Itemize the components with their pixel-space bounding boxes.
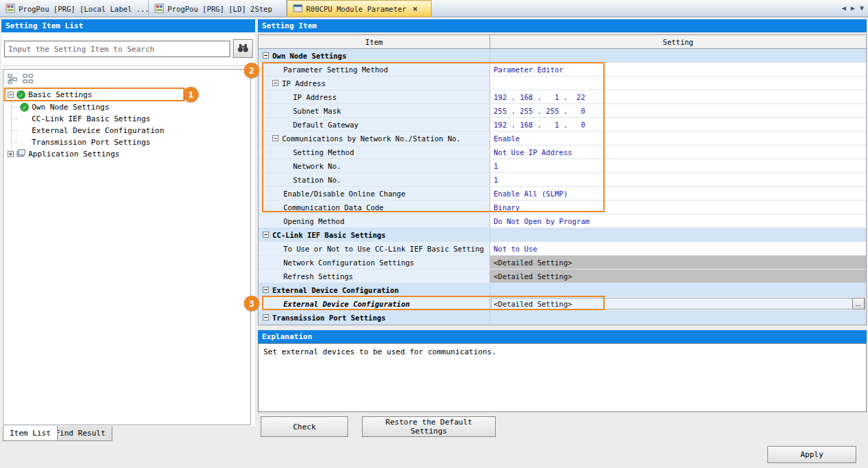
detailed-setting-browse-button[interactable]: ...: [852, 298, 865, 309]
setting-cell[interactable]: <Detailed Setting>: [490, 256, 866, 269]
item-cell[interactable]: Opening Method: [259, 214, 490, 227]
column-header-item: Item: [259, 35, 490, 48]
setting-cell[interactable]: <Detailed Setting>: [490, 269, 866, 283]
tree-view-toolbar-button[interactable]: [6, 73, 19, 86]
search-button[interactable]: [233, 39, 253, 58]
item-cell[interactable]: Network No.: [259, 159, 490, 172]
tree-item-transmission-port-settings[interactable]: Transmission Port Settings: [20, 136, 150, 148]
search-input[interactable]: [4, 41, 230, 57]
item-cell[interactable]: Subnet Mask: [259, 104, 490, 117]
item-cell[interactable]: Setting Method: [259, 145, 490, 159]
table-row-section[interactable]: −External Device Configuration: [259, 283, 866, 297]
table-row-subsection[interactable]: −Communications by Network No./Station N…: [259, 132, 866, 145]
setting-cell[interactable]: [490, 77, 866, 90]
tree-item-label: CC-Link IEF Basic Settings: [32, 114, 150, 123]
expand-icon[interactable]: +: [8, 151, 14, 157]
item-cell[interactable]: −CC-Link IEF Basic Settings: [259, 228, 490, 241]
tab-item-list[interactable]: Item List: [3, 426, 58, 441]
list-view-toolbar-button[interactable]: [21, 73, 34, 86]
apply-button[interactable]: Apply: [767, 446, 856, 463]
setting-cell[interactable]: 1: [490, 159, 866, 172]
item-cell[interactable]: To Use or Not to Use CC-Link IEF Basic S…: [259, 242, 490, 255]
check-button[interactable]: Check: [261, 416, 348, 437]
table-row[interactable]: Enable/Disable Online Change Enable All …: [259, 187, 866, 201]
item-cell[interactable]: −IP Address: [259, 77, 490, 90]
table-row[interactable]: Setting Method Not Use IP Address: [259, 145, 866, 159]
item-cell[interactable]: Station No.: [259, 173, 490, 186]
table-row-external-device-configuration[interactable]: External Device Configuration <Detailed …: [259, 297, 866, 311]
item-cell[interactable]: −Transmission Port Settings: [259, 311, 490, 324]
setting-cell[interactable]: [490, 283, 866, 296]
tree-item-external-device-configuration[interactable]: External Device Configuration: [20, 125, 164, 136]
setting-cell[interactable]: <Detailed Setting> ...: [490, 297, 866, 310]
table-row-section[interactable]: −CC-Link IEF Basic Settings: [259, 228, 866, 242]
tab-progpou-ld-2step[interactable]: ProgPou [PRG] [LD] 2Step: [149, 0, 287, 17]
setting-cell[interactable]: Enable All (SLMP): [490, 187, 866, 200]
item-cell[interactable]: Communication Data Code: [259, 201, 490, 214]
table-row[interactable]: Network No. 1: [259, 159, 866, 173]
binoculars-icon: [237, 43, 249, 55]
tree-item-application-settings[interactable]: + Application Settings: [8, 148, 119, 160]
collapse-icon[interactable]: −: [263, 232, 269, 238]
setting-cell[interactable]: [490, 311, 866, 324]
collapse-icon[interactable]: −: [263, 52, 269, 59]
setting-cell[interactable]: 192 . 168 . 1 . 22: [490, 90, 866, 103]
table-row[interactable]: Parameter Setting Method Parameter Edito…: [259, 63, 866, 77]
item-cell[interactable]: Refresh Settings: [259, 269, 490, 283]
setting-cell[interactable]: [490, 49, 866, 62]
collapse-icon[interactable]: −: [8, 92, 14, 98]
table-row[interactable]: Communication Data Code Binary: [259, 201, 866, 214]
tab-label: ProgPou [PRG] [Local Label ...: [19, 5, 149, 13]
tree-guide-line: [12, 130, 18, 131]
setting-cell[interactable]: 192 . 168 . 1 . 0: [490, 118, 866, 131]
scroll-tabs-left-icon[interactable]: ◀: [842, 4, 846, 12]
close-tab-icon[interactable]: ×: [412, 4, 417, 14]
tree-item-label: Own Node Settings: [32, 103, 110, 112]
item-cell[interactable]: IP Address: [259, 90, 490, 103]
item-cell[interactable]: Network Configuration Settings: [259, 256, 490, 269]
setting-cell[interactable]: 1: [490, 173, 866, 186]
tree-item-own-node-settings[interactable]: ✓ Own Node Settings: [20, 101, 110, 113]
setting-cell[interactable]: Enable: [490, 132, 866, 145]
setting-cell[interactable]: Binary: [490, 201, 866, 214]
item-cell[interactable]: Parameter Setting Method: [259, 63, 490, 76]
tab-progpou-local-label[interactable]: ProgPou [PRG] [Local Label ...: [0, 0, 149, 17]
tab-r00cpu-module-parameter[interactable]: R00CPU Module Parameter ×: [287, 0, 432, 17]
tab-find-result[interactable]: Find Result: [48, 426, 112, 441]
collapse-icon[interactable]: −: [263, 287, 269, 293]
scroll-tabs-right-icon[interactable]: ▶: [851, 4, 855, 12]
table-row[interactable]: Default Gateway 192 . 168 . 1 . 0: [259, 118, 866, 132]
table-row-section[interactable]: −Own Node Settings: [259, 49, 866, 63]
setting-cell[interactable]: Do Not Open by Program: [490, 214, 866, 227]
table-row[interactable]: Station No. 1: [259, 173, 866, 187]
table-row[interactable]: Opening Method Do Not Open by Program: [259, 214, 866, 228]
item-cell[interactable]: −Communications by Network No./Station N…: [259, 132, 490, 145]
setting-cell[interactable]: Not Use IP Address: [490, 145, 866, 159]
document-tab-bar: ProgPou [PRG] [Local Label ... ProgPou […: [0, 0, 868, 17]
setting-cell[interactable]: 255 . 255 . 255 . 0: [490, 104, 866, 117]
item-cell[interactable]: Enable/Disable Online Change: [259, 187, 490, 200]
setting-cell[interactable]: Parameter Editor: [490, 63, 866, 76]
tree-item-label: External Device Configuration: [32, 126, 164, 135]
collapse-icon[interactable]: −: [263, 314, 269, 321]
item-cell[interactable]: −External Device Configuration: [259, 283, 490, 296]
table-row[interactable]: Subnet Mask 255 . 255 . 255 . 0: [259, 104, 866, 118]
item-cell[interactable]: −Own Node Settings: [259, 49, 490, 62]
table-row[interactable]: IP Address 192 . 168 . 1 . 22: [259, 90, 866, 104]
collapse-icon[interactable]: −: [272, 135, 279, 141]
table-row[interactable]: To Use or Not to Use CC-Link IEF Basic S…: [259, 242, 866, 256]
item-cell[interactable]: External Device Configuration: [259, 297, 490, 310]
tab-list-dropdown-icon[interactable]: ▼: [860, 4, 864, 12]
setting-cell[interactable]: [490, 228, 866, 241]
setting-cell[interactable]: Not to Use: [490, 242, 866, 255]
table-row[interactable]: Refresh Settings <Detailed Setting>: [259, 269, 866, 283]
gx-works3-window: ProgPou [PRG] [Local Label ... ProgPou […: [0, 0, 868, 468]
table-row-section[interactable]: −Transmission Port Settings: [259, 311, 866, 325]
collapse-icon[interactable]: −: [272, 80, 279, 86]
table-row[interactable]: Network Configuration Settings <Detailed…: [259, 256, 866, 269]
restore-default-settings-button[interactable]: Restore the Default Settings: [362, 416, 496, 437]
item-cell[interactable]: Default Gateway: [259, 118, 490, 131]
tree-item-cc-link-ief-basic-settings[interactable]: CC-Link IEF Basic Settings: [20, 113, 150, 125]
tree-item-basic-settings[interactable]: − ✓ Basic Settings: [8, 89, 92, 101]
table-row-subsection[interactable]: −IP Address: [259, 77, 866, 90]
